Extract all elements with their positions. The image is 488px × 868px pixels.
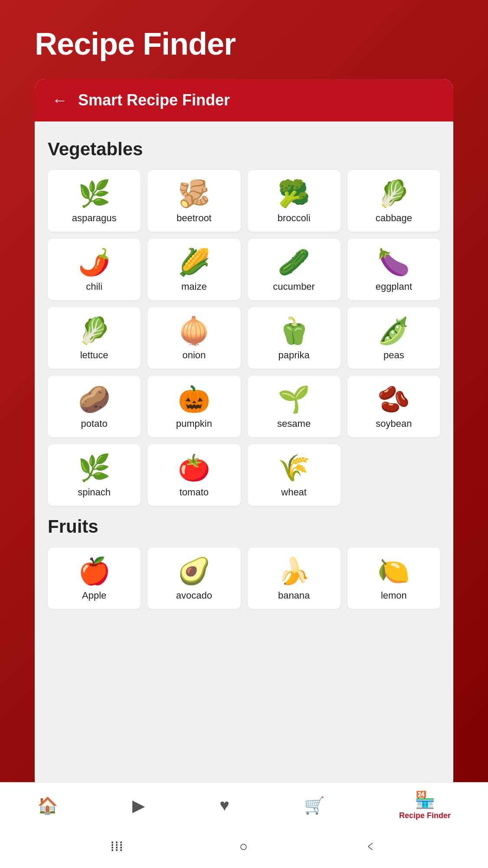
avocado-icon: 🥑 bbox=[178, 557, 210, 586]
fruits-section: Fruits 🍎 Apple 🥑 avocado 🍌 banana 🍋 lemo… bbox=[48, 516, 440, 609]
paprika-label: paprika bbox=[278, 350, 310, 361]
vegetables-section: Vegetables 🌿 asparagus 🫚 beetroot 🥦 broc… bbox=[48, 139, 440, 506]
nav-recipe-finder-label: Recipe Finder bbox=[399, 811, 451, 820]
spinach-icon: 🌿 bbox=[78, 454, 111, 482]
food-item-broccoli[interactable]: 🥦 broccoli bbox=[248, 170, 341, 232]
food-item-tomato[interactable]: 🍅 tomato bbox=[147, 444, 240, 506]
food-item-apple[interactable]: 🍎 Apple bbox=[48, 547, 141, 609]
beetroot-label: beetroot bbox=[177, 213, 212, 224]
lemon-icon: 🍋 bbox=[377, 557, 410, 586]
apple-icon: 🍎 bbox=[78, 557, 111, 586]
maize-icon: 🌽 bbox=[178, 248, 210, 277]
nav-recipe-finder[interactable]: 🏪 Recipe Finder bbox=[399, 790, 451, 820]
food-item-banana[interactable]: 🍌 banana bbox=[248, 547, 341, 609]
onion-icon: 🧅 bbox=[178, 317, 210, 345]
heart-icon: ♥ bbox=[219, 796, 229, 815]
peas-icon: 🫛 bbox=[377, 317, 410, 345]
asparagus-icon: 🌿 bbox=[78, 180, 111, 208]
food-item-potato[interactable]: 🥔 potato bbox=[48, 376, 141, 437]
vegetables-grid: 🌿 asparagus 🫚 beetroot 🥦 broccoli 🥬 cabb… bbox=[48, 170, 440, 506]
food-item-pumpkin[interactable]: 🎃 pumpkin bbox=[147, 376, 240, 437]
food-item-asparagus[interactable]: 🌿 asparagus bbox=[48, 170, 141, 232]
chili-icon: 🌶️ bbox=[78, 248, 111, 277]
eggplant-icon: 🍆 bbox=[377, 248, 410, 277]
cart-icon: 🛒 bbox=[304, 796, 324, 815]
card-body: Vegetables 🌿 asparagus 🫚 beetroot 🥦 broc… bbox=[35, 121, 453, 790]
lettuce-icon: 🥬 bbox=[78, 317, 111, 345]
food-item-lemon[interactable]: 🍋 lemon bbox=[347, 547, 440, 609]
potato-label: potato bbox=[81, 418, 108, 429]
food-item-cucumber[interactable]: 🥒 cucumber bbox=[248, 239, 341, 300]
app-title: Recipe Finder bbox=[0, 0, 488, 79]
sesame-icon: 🌱 bbox=[278, 385, 310, 414]
home-icon: 🏠 bbox=[37, 796, 58, 815]
banana-label: banana bbox=[278, 590, 310, 601]
back-sys-button[interactable]: ﹤ bbox=[364, 837, 378, 856]
potato-icon: 🥔 bbox=[78, 385, 111, 414]
broccoli-label: broccoli bbox=[278, 213, 311, 224]
cabbage-icon: 🥬 bbox=[377, 180, 410, 208]
nav-play[interactable]: ▶ bbox=[132, 796, 145, 815]
tomato-icon: 🍅 bbox=[178, 454, 210, 482]
sesame-label: sesame bbox=[277, 418, 311, 429]
fruits-section-title: Fruits bbox=[48, 516, 440, 537]
eggplant-label: eggplant bbox=[376, 281, 412, 292]
wheat-icon: 🌾 bbox=[278, 454, 310, 482]
food-item-paprika[interactable]: 🫑 paprika bbox=[248, 307, 341, 369]
avocado-label: avocado bbox=[176, 590, 212, 601]
store-icon: 🏪 bbox=[415, 790, 435, 809]
food-item-eggplant[interactable]: 🍆 eggplant bbox=[347, 239, 440, 300]
lemon-label: lemon bbox=[381, 590, 407, 601]
pumpkin-icon: 🎃 bbox=[178, 385, 210, 414]
card-header-title: Smart Recipe Finder bbox=[78, 91, 230, 109]
fruits-grid: 🍎 Apple 🥑 avocado 🍌 banana 🍋 lemon bbox=[48, 547, 440, 609]
pumpkin-label: pumpkin bbox=[176, 418, 212, 429]
food-item-chili[interactable]: 🌶️ chili bbox=[48, 239, 141, 300]
food-item-peas[interactable]: 🫛 peas bbox=[347, 307, 440, 369]
nav-cart[interactable]: 🛒 bbox=[304, 796, 324, 815]
tomato-label: tomato bbox=[180, 487, 209, 498]
food-item-onion[interactable]: 🧅 onion bbox=[147, 307, 240, 369]
banana-icon: 🍌 bbox=[278, 557, 310, 586]
back-button[interactable]: ← bbox=[52, 91, 68, 109]
soybean-icon: 🫘 bbox=[377, 385, 410, 414]
system-bar: ⁞⁞⁞ ○ ﹤ bbox=[0, 825, 488, 868]
asparagus-label: asparagus bbox=[72, 213, 117, 224]
food-item-cabbage[interactable]: 🥬 cabbage bbox=[347, 170, 440, 232]
maize-label: maize bbox=[181, 281, 207, 292]
food-item-wheat[interactable]: 🌾 wheat bbox=[248, 444, 341, 506]
food-item-lettuce[interactable]: 🥬 lettuce bbox=[48, 307, 141, 369]
soybean-label: soybean bbox=[376, 418, 412, 429]
onion-label: onion bbox=[182, 350, 206, 361]
main-card: ← Smart Recipe Finder Vegetables 🌿 aspar… bbox=[35, 79, 453, 790]
lettuce-label: lettuce bbox=[80, 350, 108, 361]
bottom-nav: 🏠 ▶ ♥ 🛒 🏪 Recipe Finder bbox=[0, 782, 488, 825]
nav-heart[interactable]: ♥ bbox=[219, 796, 229, 815]
food-item-avocado[interactable]: 🥑 avocado bbox=[147, 547, 240, 609]
cucumber-label: cucumber bbox=[273, 281, 315, 292]
nav-home[interactable]: 🏠 bbox=[37, 796, 58, 815]
paprika-icon: 🫑 bbox=[278, 317, 310, 345]
spinach-label: spinach bbox=[78, 487, 111, 498]
food-item-beetroot[interactable]: 🫚 beetroot bbox=[147, 170, 240, 232]
food-item-soybean[interactable]: 🫘 soybean bbox=[347, 376, 440, 437]
cucumber-icon: 🥒 bbox=[278, 248, 310, 277]
wheat-label: wheat bbox=[281, 487, 307, 498]
card-header: ← Smart Recipe Finder bbox=[35, 79, 453, 121]
food-item-maize[interactable]: 🌽 maize bbox=[147, 239, 240, 300]
food-item-sesame[interactable]: 🌱 sesame bbox=[248, 376, 341, 437]
beetroot-icon: 🫚 bbox=[178, 180, 210, 208]
broccoli-icon: 🥦 bbox=[278, 180, 310, 208]
play-icon: ▶ bbox=[132, 796, 145, 815]
food-item-spinach[interactable]: 🌿 spinach bbox=[48, 444, 141, 506]
cabbage-label: cabbage bbox=[376, 213, 412, 224]
chili-label: chili bbox=[86, 281, 102, 292]
apple-label: Apple bbox=[82, 590, 106, 601]
peas-label: peas bbox=[383, 350, 404, 361]
recent-apps-button[interactable]: ⁞⁞⁞ bbox=[110, 838, 123, 855]
vegetables-section-title: Vegetables bbox=[48, 139, 440, 160]
home-button[interactable]: ○ bbox=[239, 839, 248, 855]
